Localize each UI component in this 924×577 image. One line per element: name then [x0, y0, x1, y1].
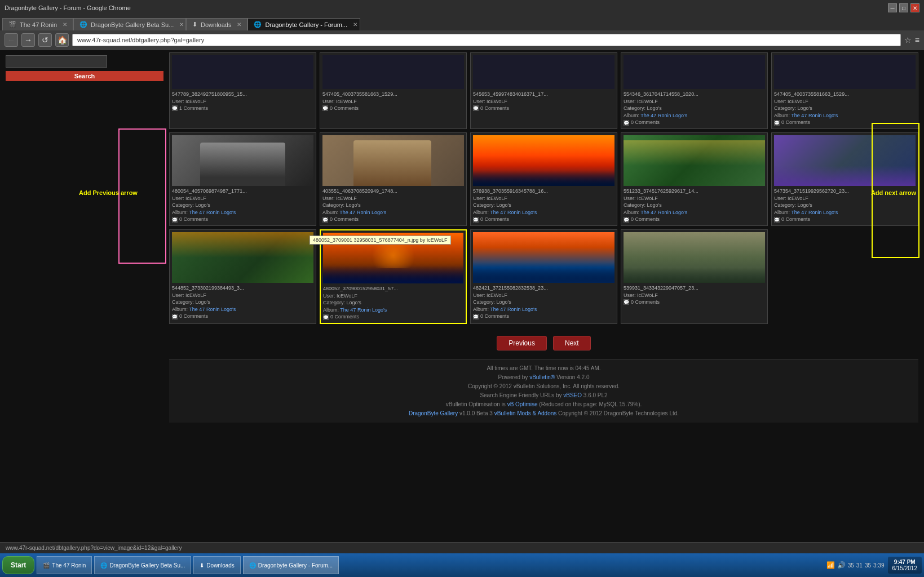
taskbar-item-forum[interactable]: 🌐 Dragonbyte Gallery - Forum...: [243, 556, 339, 574]
gallery-item[interactable]: 554346_3617041714558_1020... User: IcEWo…: [621, 52, 768, 129]
taskbar-item-47ronin[interactable]: 🎬 The 47 Ronin: [37, 556, 92, 574]
tab-forum-active[interactable]: 🌐 Dragonbyte Gallery - Forum... ✕: [247, 18, 360, 30]
refresh-button[interactable]: ↺: [38, 33, 52, 47]
footer-optimise: vBulletin Optimisation is vB Optimise (R…: [174, 400, 914, 409]
network-icon: 📶: [826, 561, 835, 569]
status-bar: www.47r-squad.net/dbtgallery.php?do=view…: [0, 542, 924, 553]
vbulletin-link[interactable]: vBulletin®: [529, 374, 555, 380]
browser-title: Dragonbyte Gallery - Forum - Google Chro…: [5, 5, 131, 11]
tab-icon: 🎬: [8, 21, 16, 28]
footer: All times are GMT. The time now is 04:45…: [169, 359, 918, 423]
tabs-bar: 🎬 The 47 Ronin ✕ 🌐 DragonByte Gallery Be…: [0, 16, 924, 30]
gallery-item[interactable]: 544852_373302199384493_3... User: IcEWoL…: [169, 229, 316, 324]
gallery-item[interactable]: 547405_4003735581663_1529... User: IcEWo…: [320, 52, 467, 129]
vbop-link[interactable]: vB Optimise: [507, 401, 538, 407]
taskbar-item-downloads[interactable]: ⬇ Downloads: [193, 556, 240, 574]
add-prev-label: Add Previous arrow: [79, 189, 138, 196]
system-tray: 📶 🔊 35 31 35 3:39 9:47 PM 6/15/2012: [826, 557, 922, 574]
prev-button[interactable]: Previous: [497, 336, 547, 350]
back-button[interactable]: ←: [5, 33, 18, 47]
gallery-item[interactable]: 480054_4057069874987_1771... User: IcEWo…: [169, 132, 316, 226]
footer-copyright: Copyright © 2012 vBulletin Solutions, In…: [174, 382, 914, 391]
tab-icon: 🌐: [79, 21, 87, 28]
title-bar: Dragonbyte Gallery - Forum - Google Chro…: [0, 0, 924, 16]
tab-dbtgallery[interactable]: 🌐 DragonByte Gallery Beta Su... ✕: [73, 18, 186, 30]
image-tooltip: 480052_3709001 32958031_576877404_n.jpg …: [310, 236, 451, 245]
tab-close[interactable]: ✕: [63, 21, 67, 28]
gallery-item[interactable]: 539931_343343229047057_23... User: IcEWo…: [621, 229, 768, 324]
footer-timezone: All times are GMT. The time now is 04:45…: [174, 364, 914, 373]
gallery-item[interactable]: 547789_382492751800955_15... User: IcEWo…: [169, 52, 316, 129]
footer-seo: Search Engine Friendly URLs by vBSEO 3.6…: [174, 391, 914, 400]
gallery-item[interactable]: 545653_459974834016371_17... User: IcEWo…: [470, 52, 617, 129]
gallery-item[interactable]: 403551_4063708520949_1748... User: IcEWo…: [320, 132, 467, 226]
taskbar-item-dbt[interactable]: 🌐 DragonByte Gallery Beta Su...: [94, 556, 191, 574]
address-bar[interactable]: www.47r-squad.net/dbtgallery.php?gal=gal…: [72, 34, 901, 46]
tab-icon: ⬇: [192, 21, 197, 28]
search-input[interactable]: [6, 55, 107, 68]
clock: 9:47 PM 6/15/2012: [888, 557, 922, 574]
left-sidebar: Search Add Previous arrow: [0, 50, 169, 542]
tab-close[interactable]: ✕: [237, 21, 241, 28]
settings-icon[interactable]: ≡: [915, 35, 919, 45]
gallery-item[interactable]: 547405_4003735581663_1529... User: IcEWo…: [771, 52, 918, 129]
next-button[interactable]: Next: [553, 336, 591, 350]
search-button[interactable]: Search: [6, 71, 163, 81]
gallery-area: 547789_382492751800955_15... User: IcEWo…: [169, 50, 924, 542]
gallery-item-highlighted[interactable]: 480052_3709001 32958031_576877404_n.jpg …: [320, 229, 467, 324]
gallery-item[interactable]: 551233_374517625929617_14... User: IcEWo…: [621, 132, 768, 226]
tab-47ronin[interactable]: 🎬 The 47 Ronin ✕: [2, 18, 73, 30]
vseo-link[interactable]: vBSEO: [563, 392, 582, 398]
taskbar: Start 🎬 The 47 Ronin 🌐 DragonByte Galler…: [0, 553, 924, 577]
gallery-item[interactable]: 482421_372155082832538_23... User: IcEWo…: [470, 229, 617, 324]
pagination: Previous Next: [169, 327, 918, 359]
tab-icon: 🌐: [254, 21, 262, 28]
tray-icons: 📶 🔊 35 31 35 3:39: [826, 561, 885, 569]
window-controls: ─ □ ✕: [888, 3, 919, 12]
minimize-button[interactable]: ─: [888, 3, 897, 12]
nav-bar: ← → ↺ 🏠 www.47r-squad.net/dbtgallery.php…: [0, 30, 924, 50]
forward-button[interactable]: →: [21, 33, 35, 47]
start-button[interactable]: Start: [2, 556, 34, 574]
gallery-item[interactable]: 576938_370355916345788_16... User: IcEWo…: [470, 132, 617, 226]
status-url: www.47r-squad.net/dbtgallery.php?do=view…: [6, 545, 182, 551]
nav-icons: ☆ ≡: [904, 35, 919, 45]
prev-arrow-annotation-box: [118, 128, 166, 264]
home-button[interactable]: 🏠: [55, 33, 69, 47]
footer-gallery-credit: DragonByte Gallery v1.0.0 Beta 3 vBullet…: [174, 409, 914, 418]
bookmark-icon[interactable]: ☆: [904, 35, 912, 45]
tab-downloads[interactable]: ⬇ Downloads ✕: [186, 18, 247, 30]
tab-close[interactable]: ✕: [179, 21, 184, 28]
add-next-label: Add next arrow: [871, 189, 916, 196]
tab-close-active[interactable]: ✕: [353, 21, 357, 28]
footer-vbulletin: Powered by vBulletin® Version 4.2.0: [174, 373, 914, 382]
maximize-button[interactable]: □: [899, 3, 908, 12]
gallery-link[interactable]: DragonByte Gallery: [409, 410, 458, 416]
volume-icon: 🔊: [837, 561, 846, 569]
close-button[interactable]: ✕: [910, 3, 919, 12]
mods-link[interactable]: vBulletin Mods & Addons: [494, 410, 557, 416]
